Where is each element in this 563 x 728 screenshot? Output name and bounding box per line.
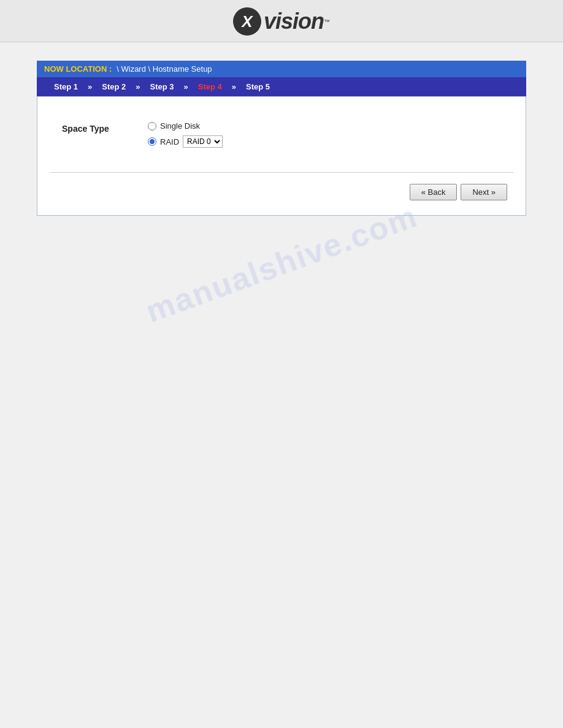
header: vision™ xyxy=(0,0,563,42)
logo-tm: ™ xyxy=(324,18,330,25)
logo-text: vision xyxy=(264,9,324,34)
back-button[interactable]: « Back xyxy=(410,184,458,200)
step-5[interactable]: Step 5 xyxy=(236,81,280,93)
step-3-label: Step 3 xyxy=(150,82,174,91)
step-1-label: Step 1 xyxy=(54,82,78,91)
space-type-options: Single Disk RAID RAID 0 RAID 1 RAID 5 xyxy=(148,121,223,148)
main-content: NOW LOCATION : \ Wizard \ Hostname Setup… xyxy=(0,42,563,728)
step-4-label: Step 4 xyxy=(198,82,222,91)
next-button[interactable]: Next » xyxy=(461,184,507,200)
step-5-label: Step 5 xyxy=(246,82,270,91)
logo: vision™ xyxy=(233,7,330,36)
step-1[interactable]: Step 1 xyxy=(44,81,88,93)
location-path: \ Wizard \ Hostname Setup xyxy=(117,64,212,74)
space-type-label: Space Type xyxy=(62,121,123,134)
single-disk-label[interactable]: Single Disk xyxy=(160,121,200,131)
sep-4: » xyxy=(232,82,236,91)
content-box: Space Type Single Disk RAID RAID 0 RAID … xyxy=(37,96,526,216)
sep-1: » xyxy=(88,82,92,91)
sep-2: » xyxy=(136,82,140,91)
button-row: « Back Next » xyxy=(50,179,513,203)
sep-3: » xyxy=(184,82,188,91)
single-disk-option-row: Single Disk xyxy=(148,121,223,131)
step-2[interactable]: Step 2 xyxy=(92,81,136,93)
divider xyxy=(50,172,513,173)
step-3[interactable]: Step 3 xyxy=(140,81,184,93)
space-type-row: Space Type Single Disk RAID RAID 0 RAID … xyxy=(50,109,513,166)
step-4[interactable]: Step 4 xyxy=(188,81,232,93)
raid-label[interactable]: RAID xyxy=(160,137,179,146)
location-label: NOW LOCATION : xyxy=(44,64,112,74)
steps-bar: Step 1 » Step 2 » Step 3 » Step 4 » Step… xyxy=(37,77,526,96)
single-disk-radio[interactable] xyxy=(148,122,156,131)
step-2-label: Step 2 xyxy=(102,82,126,91)
raid-radio[interactable] xyxy=(148,137,156,146)
raid-option-row: RAID RAID 0 RAID 1 RAID 5 xyxy=(148,135,223,148)
location-bar: NOW LOCATION : \ Wizard \ Hostname Setup xyxy=(37,61,526,77)
logo-x-icon xyxy=(233,7,261,36)
raid-select[interactable]: RAID 0 RAID 1 RAID 5 xyxy=(183,135,223,148)
